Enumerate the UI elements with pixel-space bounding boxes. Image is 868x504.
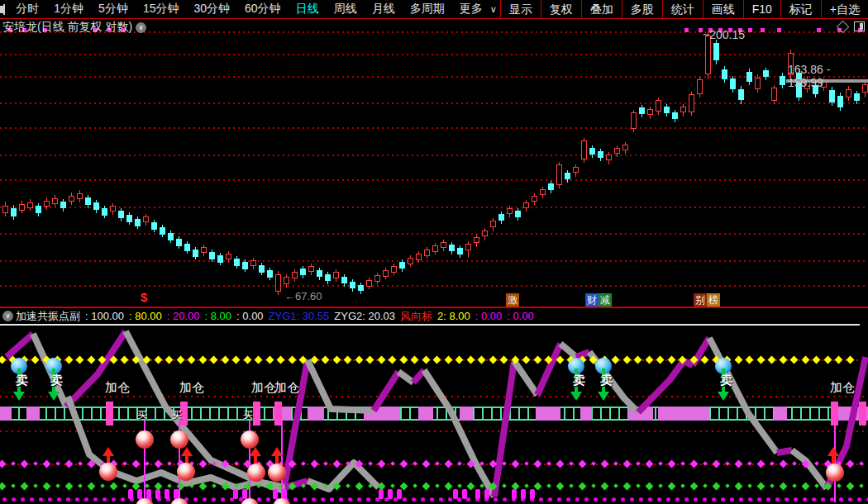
chevron-down-icon[interactable]: ∨ [136,22,146,33]
price-range-label: 163.86 - 159.99 [788,63,868,89]
menu-item-F10[interactable]: F10 [743,0,780,18]
diamond-icon[interactable] [837,20,850,33]
sell-label: 卖 [573,373,585,388]
hist-bar [155,489,160,499]
stock-title-text: 安培龙(日线 前复权 对数) [2,20,132,33]
candle-down [449,245,455,251]
magenta-dot [848,497,852,502]
candle-down [639,107,645,114]
event-tag[interactable]: 榜 [707,293,720,307]
candle-up [697,79,703,94]
main-chart[interactable]: 安培龙(日线 前复权 对数)∨ ~200.15163.86 - 159.99←6… [0,18,868,307]
candle-down [317,270,322,277]
menu-item-分时[interactable]: 分时 [8,2,46,17]
menu-item-多周期[interactable]: 多周期 [403,2,452,17]
hist-bar [388,489,393,499]
menu-item-多股[interactable]: 多股 [622,0,662,18]
candle-up [308,266,314,272]
magenta-dot [75,497,79,502]
magenta-dot [412,497,416,502]
candle-up [622,145,628,150]
buy-label: 买 [172,408,182,422]
hist-bar [137,489,142,499]
down-arrow-icon [598,392,609,401]
magenta-dot [821,497,825,502]
hist-bar [165,489,169,499]
window-icon[interactable] [854,21,865,31]
candle-up [573,167,579,173]
ribbon-segment [374,372,398,411]
menu-item-1分钟[interactable]: 1分钟 [46,2,91,17]
hist-bar [484,489,489,499]
magenta-dot [403,497,407,502]
sell-label: 卖 [600,373,613,388]
candle-up [383,270,389,277]
magenta-dot [193,497,198,502]
candle-up [143,216,149,222]
magenta-dot [348,497,352,502]
magenta-dot [757,497,761,502]
candle-down [837,96,843,107]
add-position-label: 加仓 [274,380,299,396]
ribbon-segment [494,361,514,497]
menu-item-30分钟[interactable]: 30分钟 [186,2,237,17]
menu-item-标记[interactable]: 标记 [780,0,821,18]
menu-item-叠加[interactable]: 叠加 [581,0,622,18]
magenta-dot [339,497,343,502]
event-tag[interactable]: 别 [694,293,707,307]
menu-item-周线[interactable]: 周线 [327,2,365,17]
magenta-dot [739,497,743,502]
menu-item-日线[interactable]: 日线 [289,2,327,17]
event-tag[interactable]: 减 [599,293,612,307]
candle-up [292,272,298,278]
candle-down [135,219,141,226]
more-arrow-icon[interactable]: ∨ [490,4,500,15]
candle-down [722,69,727,79]
red-ball [99,463,117,481]
indicator-field: : 0.00 [475,310,503,322]
indicator-field: : 100.00 [85,310,124,322]
magenta-dot [594,497,598,502]
layout-icon[interactable] [3,4,5,15]
magenta-dot [112,497,116,502]
candle-up [755,78,761,89]
hist-bar [475,489,480,499]
add-position-label: 加仓 [105,380,130,396]
candle-down [118,211,124,218]
candle-down [259,265,265,273]
menu-item-更多[interactable]: 更多 [452,2,490,17]
candle-down [341,277,347,283]
magenta-dot [221,497,225,502]
sub-chart[interactable]: 买买买卖卖卖卖卖加仓加仓加仓加仓加仓 [0,322,868,504]
menu-item-+自选[interactable]: +自选 [821,0,868,18]
menu-item-60分钟[interactable]: 60分钟 [237,2,289,17]
high-price-label: ~200.15 [703,28,745,41]
ribbon-segment [777,450,792,453]
indicator-chevron-icon[interactable]: ∨ [2,311,13,321]
indicator-field: : 0.00 [236,310,264,322]
candle-up [432,245,438,252]
down-arrow-icon [48,392,60,401]
menu-item-画线[interactable]: 画线 [703,0,743,18]
magenta-dot [503,497,507,502]
menu-item-月线[interactable]: 月线 [365,2,403,17]
menu-item-统计[interactable]: 统计 [662,0,703,18]
candle-up [482,231,488,236]
menu-item-15分钟[interactable]: 15分钟 [136,2,187,17]
ribbon-segment [398,372,413,383]
event-tag[interactable]: 激 [506,293,519,307]
top-marker-dot [761,28,765,32]
candle-up [27,202,33,208]
magenta-dot [657,497,661,502]
ribbon-segment [537,344,560,395]
menu-item-复权[interactable]: 复权 [541,0,581,18]
gridline [0,233,868,235]
candle-up [680,107,686,112]
magenta-dot [803,497,807,502]
candle-up [705,36,711,74]
event-tag[interactable]: 财 [585,293,599,307]
menu-item-5分钟[interactable]: 5分钟 [91,2,136,17]
menu-item-显示[interactable]: 显示 [500,0,541,18]
candle-up [689,94,694,112]
candle-up [52,198,58,204]
